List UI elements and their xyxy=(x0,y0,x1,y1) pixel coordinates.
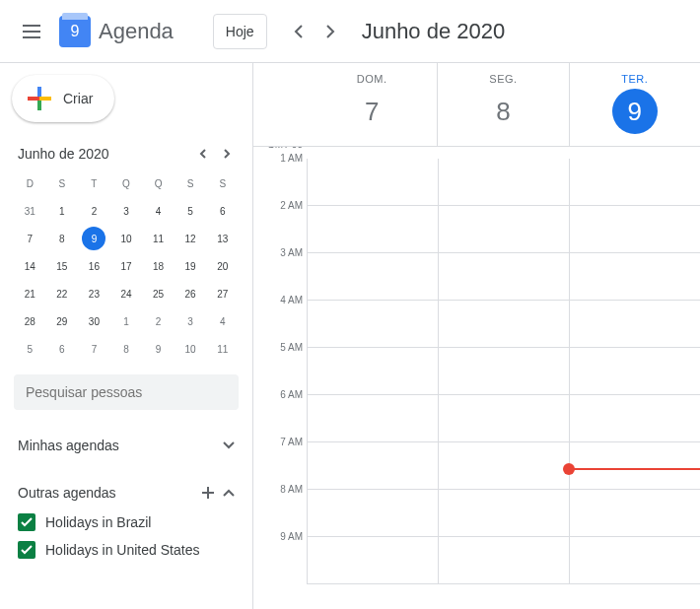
mini-day-cell[interactable]: 3 xyxy=(178,309,202,333)
hour-row[interactable]: 2 AM xyxy=(307,206,700,253)
grid-cell[interactable] xyxy=(569,537,700,583)
hour-row[interactable]: 6 AM xyxy=(307,395,700,442)
mini-day-cell[interactable]: 20 xyxy=(211,254,235,278)
grid-cell[interactable] xyxy=(438,395,569,441)
grid-cell[interactable] xyxy=(307,348,438,394)
calendar-label: Holidays in Brazil xyxy=(45,514,151,530)
mini-day-cell[interactable]: 4 xyxy=(147,199,171,223)
add-calendar-button[interactable] xyxy=(201,486,215,500)
main-menu-button[interactable] xyxy=(8,8,55,55)
mini-day-cell[interactable]: 15 xyxy=(50,254,74,278)
grid-cell[interactable] xyxy=(307,395,438,441)
mini-day-cell[interactable]: 9 xyxy=(147,337,171,361)
mini-day-cell[interactable]: 18 xyxy=(147,254,171,278)
mini-day-cell[interactable]: 8 xyxy=(114,337,138,361)
grid-cell[interactable] xyxy=(569,348,700,394)
mini-day-cell[interactable]: 25 xyxy=(147,282,171,305)
day-header[interactable]: TER.9 xyxy=(569,63,700,146)
grid-cell[interactable] xyxy=(569,395,700,441)
mini-day-cell[interactable]: 7 xyxy=(18,227,41,250)
next-period-button[interactable] xyxy=(315,16,346,47)
mini-day-cell[interactable]: 31 xyxy=(18,199,41,223)
mini-day-cell[interactable]: 5 xyxy=(18,337,41,361)
mini-day-cell[interactable]: 27 xyxy=(211,282,235,305)
grid-cell[interactable] xyxy=(438,159,569,205)
mini-day-cell[interactable]: 6 xyxy=(50,337,74,361)
grid-cell[interactable] xyxy=(569,301,700,347)
mini-day-cell[interactable]: 6 xyxy=(211,199,235,223)
grid-cell[interactable] xyxy=(569,490,700,536)
mini-day-cell[interactable]: 11 xyxy=(147,227,171,250)
calendar-list-item[interactable]: Holidays in Brazil xyxy=(18,508,235,536)
calendar-list-item[interactable]: Holidays in United States xyxy=(18,536,235,564)
mini-day-cell[interactable]: 28 xyxy=(18,309,41,333)
grid-cell[interactable] xyxy=(307,159,438,205)
create-button[interactable]: Criar xyxy=(12,75,114,122)
mini-day-cell[interactable]: 4 xyxy=(211,309,235,333)
hour-label: 2 AM xyxy=(259,200,303,211)
grid-cell[interactable] xyxy=(438,206,569,252)
grid-cell[interactable] xyxy=(307,537,438,583)
mini-day-cell[interactable]: 12 xyxy=(178,227,202,250)
grid-cell[interactable] xyxy=(438,253,569,300)
mini-day-cell[interactable]: 22 xyxy=(50,282,74,305)
mini-day-cell[interactable]: 10 xyxy=(114,227,138,250)
search-people-box[interactable] xyxy=(14,374,239,410)
hour-row[interactable]: 9 AM xyxy=(307,537,700,584)
grid-cell[interactable] xyxy=(307,442,438,489)
mini-day-cell[interactable]: 2 xyxy=(147,309,171,333)
mini-day-cell[interactable]: 17 xyxy=(114,254,138,278)
mini-day-cell[interactable]: 16 xyxy=(82,254,105,278)
mini-day-cell[interactable]: 29 xyxy=(50,309,74,333)
mini-day-cell[interactable]: 11 xyxy=(211,337,235,361)
mini-prev-month-button[interactable] xyxy=(191,142,215,166)
hour-row[interactable]: 3 AM xyxy=(307,253,700,301)
search-people-input[interactable] xyxy=(26,384,227,400)
grid-cell[interactable] xyxy=(438,348,569,394)
mini-day-cell[interactable]: 2 xyxy=(82,199,105,223)
grid-cell[interactable] xyxy=(438,490,569,536)
mini-day-cell[interactable]: 1 xyxy=(50,199,74,223)
mini-day-cell[interactable]: 13 xyxy=(211,227,235,250)
mini-day-cell[interactable]: 10 xyxy=(178,337,202,361)
hour-row[interactable]: 5 AM xyxy=(307,348,700,395)
mini-day-cell[interactable]: 3 xyxy=(114,199,138,223)
mini-day-cell[interactable]: 19 xyxy=(178,254,202,278)
mini-day-cell[interactable]: 14 xyxy=(18,254,41,278)
prev-period-button[interactable] xyxy=(283,16,315,47)
calendar-checkbox[interactable] xyxy=(18,513,35,531)
mini-day-cell[interactable]: 26 xyxy=(178,282,202,305)
other-calendars-toggle[interactable]: Outras agendas xyxy=(18,477,235,508)
mini-next-month-button[interactable] xyxy=(215,142,239,166)
my-calendars-toggle[interactable]: Minhas agendas xyxy=(18,430,235,461)
hour-row[interactable]: 4 AM xyxy=(307,301,700,348)
mini-day-cell[interactable]: 24 xyxy=(114,282,138,305)
mini-day-cell[interactable]: 9 xyxy=(82,227,105,250)
today-button[interactable]: Hoje xyxy=(213,14,267,49)
grid-cell[interactable] xyxy=(307,253,438,300)
day-header[interactable]: SEG.8 xyxy=(437,63,568,146)
grid-cell[interactable] xyxy=(307,301,438,347)
mini-day-cell[interactable]: 7 xyxy=(82,337,105,361)
mini-day-cell[interactable]: 21 xyxy=(18,282,41,305)
day-header[interactable]: DOM.7 xyxy=(307,63,437,146)
time-grid[interactable]: GMT-03 1 AM2 AM3 AM4 AM5 AM6 AM7 AM8 AM9… xyxy=(307,147,700,584)
mini-day-cell[interactable]: 1 xyxy=(114,309,138,333)
mini-day-cell[interactable]: 30 xyxy=(82,309,105,333)
grid-cell[interactable] xyxy=(438,442,569,489)
hour-row[interactable]: 1 AM xyxy=(307,159,700,206)
grid-cell[interactable] xyxy=(569,159,700,205)
mini-day-cell[interactable]: 8 xyxy=(50,227,74,250)
calendar-checkbox[interactable] xyxy=(18,541,35,559)
grid-cell[interactable] xyxy=(307,490,438,536)
grid-cell[interactable] xyxy=(569,442,700,489)
grid-cell[interactable] xyxy=(569,253,700,300)
mini-day-cell[interactable]: 23 xyxy=(82,282,105,305)
grid-cell[interactable] xyxy=(307,206,438,252)
grid-cell[interactable] xyxy=(438,537,569,583)
hour-row[interactable]: 8 AM xyxy=(307,490,700,537)
mini-day-cell[interactable]: 5 xyxy=(178,199,202,223)
grid-cell[interactable] xyxy=(438,301,569,347)
hour-row[interactable]: 7 AM xyxy=(307,442,700,490)
grid-cell[interactable] xyxy=(569,206,700,252)
